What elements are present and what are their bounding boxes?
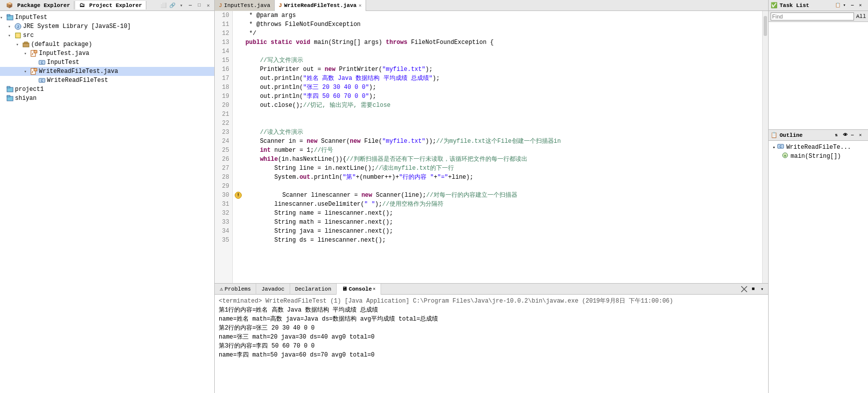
task-new-button[interactable]: 📋 bbox=[835, 2, 842, 9]
code-content[interactable]: * @param args * @throws FileNotFoundExce… bbox=[233, 11, 762, 283]
panel-minimize-button[interactable]: — bbox=[186, 1, 194, 9]
collapse-all-button[interactable]: ⬜ bbox=[159, 1, 167, 9]
code-line-11: * @throws FileNotFoundException bbox=[235, 20, 760, 29]
svg-text:J: J bbox=[17, 25, 19, 29]
tree-item-shiyan[interactable]: shiyan bbox=[0, 94, 214, 103]
task-filter-label: All bbox=[856, 13, 866, 19]
editor-tab-inputtest[interactable]: J InputTest.java bbox=[215, 0, 275, 11]
task-menu-button[interactable]: ▾ bbox=[843, 2, 850, 9]
tab-package-explorer[interactable]: 📦 Package Explorer bbox=[2, 1, 74, 9]
svg-rect-6 bbox=[24, 42, 27, 43]
code-line-20: out.close();//切记, 输出完毕, 需要close bbox=[235, 101, 760, 110]
tree-arrow-inputtest-java: ▾ bbox=[24, 51, 30, 56]
outline-sort-button[interactable]: ⇅ bbox=[835, 132, 842, 139]
console-toolbar: ■ ▾ bbox=[740, 285, 768, 293]
java-icon-tab1: J bbox=[219, 2, 222, 8]
tree-arrow-project1 bbox=[0, 87, 6, 92]
svg-rect-20 bbox=[7, 95, 10, 97]
panel-close-button[interactable]: ✕ bbox=[204, 1, 212, 9]
task-find-input[interactable] bbox=[771, 12, 854, 20]
tree-label-src: src bbox=[23, 32, 34, 39]
tree-item-inputtest-class[interactable]: C InputTest bbox=[0, 58, 214, 67]
class-icon-writeread: C bbox=[38, 76, 46, 84]
code-line-26: while(in.hasNextLine()){//判断扫描器是否还有下一行未读… bbox=[235, 155, 760, 164]
tree-label-project1: project1 bbox=[15, 86, 44, 93]
jre-icon: J bbox=[14, 22, 22, 30]
outline-item-method[interactable]: m main(String[]) bbox=[771, 152, 866, 161]
outline-toolbar: ⇅ 👁 — ✕ bbox=[835, 132, 866, 139]
tree-item-jre[interactable]: ▾ J JRE System Library [JavaSE-10] bbox=[0, 22, 214, 31]
code-line-35: String ds = linescanner.next(); bbox=[235, 236, 760, 245]
tab-console[interactable]: 🖥 Console ✕ bbox=[337, 284, 381, 295]
stop-button[interactable]: ■ bbox=[749, 285, 757, 293]
java-file-icon-inputtest: J bbox=[30, 49, 38, 57]
outline-class-icon: C bbox=[777, 143, 784, 152]
code-line-16: PrintWriter out = new PrintWriter("myfil… bbox=[235, 65, 760, 74]
tree-item-writeread-class[interactable]: C WriteReadFileTest bbox=[0, 76, 214, 85]
tree-arrow-default-package: ▾ bbox=[16, 42, 22, 47]
editor-tab-writeread-label: WriteReadFileTest.java bbox=[284, 2, 357, 8]
close-tab-button[interactable]: ✕ bbox=[359, 2, 362, 8]
link-editor-button[interactable]: 🔗 bbox=[168, 1, 176, 9]
left-panel: 📦 Package Explorer 🗂 Project Explorer ⬜ … bbox=[0, 0, 215, 393]
code-line-22 bbox=[235, 119, 760, 128]
tree-label-writeread-java: WriteReadFileTest.java bbox=[39, 68, 118, 75]
left-panel-toolbar: ⬜ 🔗 ▾ — □ ✕ bbox=[159, 1, 212, 9]
code-line-10: * @param args bbox=[235, 11, 760, 20]
task-list-toolbar: 📋 ▾ — ✕ bbox=[835, 2, 866, 9]
editor-scrollbar[interactable] bbox=[762, 11, 768, 283]
tree-item-writeread-java[interactable]: ▾ J WriteReadFileTest.java bbox=[0, 67, 214, 76]
tree-arrow-inputtest: ▾ bbox=[0, 15, 6, 20]
outline-class-arrow: ▾ bbox=[773, 145, 775, 150]
svg-text:m: m bbox=[784, 154, 786, 158]
code-line-15: //写入文件演示 bbox=[235, 56, 760, 65]
left-panel-header: 📦 Package Explorer 🗂 Project Explorer ⬜ … bbox=[0, 0, 214, 11]
outline-header: 📋 Outline ⇅ 👁 — ✕ bbox=[769, 130, 868, 141]
src-icon bbox=[14, 31, 22, 39]
svg-text:J: J bbox=[31, 52, 33, 56]
tree-item-inputtest-java[interactable]: ▾ J InputTest.java bbox=[0, 49, 214, 58]
tree-item-project1[interactable]: project1 bbox=[0, 85, 214, 94]
panel-menu-button[interactable]: ▾ bbox=[177, 1, 185, 9]
tab-javadoc[interactable]: Javadoc bbox=[256, 284, 290, 295]
tree-arrow-inputtest-class bbox=[32, 60, 38, 65]
clear-console-button[interactable] bbox=[740, 285, 748, 293]
console-line: 第2行的内容=张三 20 30 40 0 0 bbox=[219, 324, 764, 333]
outline-minimize-button[interactable]: — bbox=[851, 132, 858, 139]
tree-item-default-package[interactable]: ▾ (default package) bbox=[0, 40, 214, 49]
scrollbar-thumb[interactable] bbox=[764, 16, 767, 36]
code-line-19: out.println("李四 50 60 70 0 0"); bbox=[235, 92, 760, 101]
tree-item-inputtest[interactable]: ▾ InputTest bbox=[0, 13, 214, 22]
tree-label-shiyan: shiyan bbox=[15, 95, 36, 102]
outline-close-button[interactable]: ✕ bbox=[859, 132, 866, 139]
outline-item-class[interactable]: ▾ C WriteReadFileTe... bbox=[771, 143, 866, 152]
tree-item-src[interactable]: ▾ src bbox=[0, 31, 214, 40]
tab-declaration[interactable]: Declaration bbox=[290, 284, 337, 295]
project-icon-project1 bbox=[6, 85, 14, 93]
tree-arrow-writeread-class bbox=[32, 78, 38, 83]
outline-content: ▾ C WriteReadFileTe... m main(String[]) bbox=[769, 141, 868, 393]
outline-method-icon: m bbox=[782, 152, 789, 161]
code-line-29 bbox=[235, 182, 760, 191]
svg-text:J: J bbox=[31, 70, 33, 74]
console-line: name=张三 math=20 java=30 ds=40 avg0 total… bbox=[219, 333, 764, 342]
panel-maximize-button[interactable]: □ bbox=[195, 1, 203, 9]
outline-hide-button[interactable]: 👁 bbox=[843, 132, 850, 139]
code-line-32: String name = linescanner.next(); bbox=[235, 209, 760, 218]
class-icon-inputtest: C bbox=[38, 58, 46, 66]
outline-class-name: WriteReadFileTe... bbox=[786, 144, 851, 151]
console-menu-button[interactable]: ▾ bbox=[758, 285, 766, 293]
code-line-24: Scanner in = new Scanner(new File("myfil… bbox=[235, 137, 760, 146]
editor-tab-writeread[interactable]: J WriteReadFileTest.java ✕ bbox=[275, 0, 366, 11]
console-output: <terminated> WriteReadFileTest (1) [Java… bbox=[215, 295, 768, 393]
package-icon bbox=[22, 40, 30, 48]
tab-project-explorer[interactable]: 🗂 Project Explorer bbox=[75, 1, 146, 9]
tree-arrow-writeread-java: ▾ bbox=[24, 69, 30, 74]
code-line-23: //读入文件演示 bbox=[235, 128, 760, 137]
outline-icon: 📋 bbox=[771, 132, 778, 138]
task-close-button[interactable]: ✕ bbox=[859, 2, 866, 9]
task-minimize-button[interactable]: — bbox=[851, 2, 858, 9]
project-tree: ▾ InputTest ▾ J JRE System Library [Java… bbox=[0, 11, 214, 393]
console-icon: 🖥 bbox=[342, 286, 347, 292]
tab-problems[interactable]: ⚠ Problems bbox=[215, 284, 256, 295]
